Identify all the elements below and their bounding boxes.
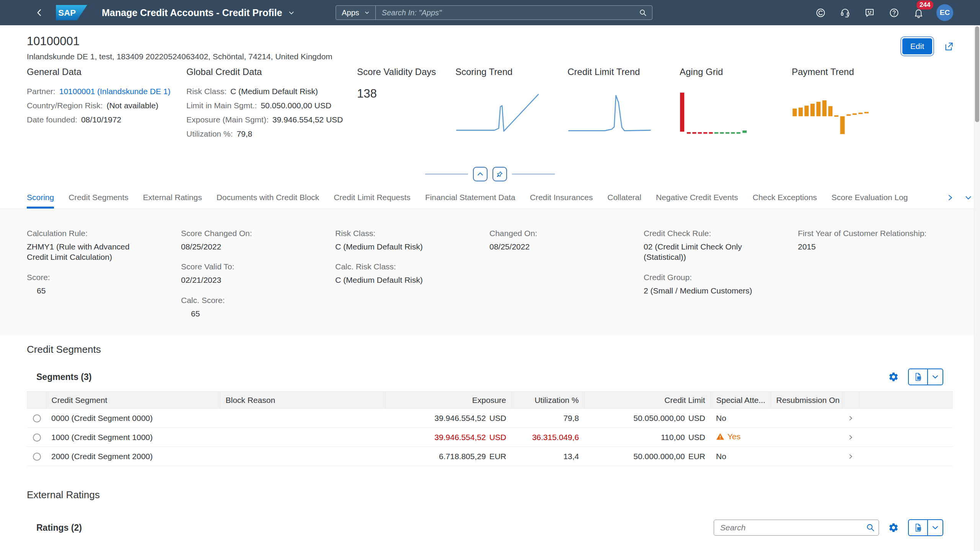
table-row[interactable]: 1000 (Credit Segment 1000)39.946.554,52U… (27, 428, 953, 447)
ratings-search (714, 520, 879, 536)
support-icon[interactable] (835, 3, 854, 22)
pin-icon (496, 170, 504, 178)
field-value: 02 (Credit Limit Check Only (Statistical… (644, 241, 761, 262)
payment-trend-chart (792, 89, 877, 137)
scoring-field-calc-score: Calc. Score:65 (181, 296, 335, 319)
tab-financial-statement-data[interactable]: Financial Statement Data (425, 186, 515, 209)
object-page-header: 10100001 Inlandskunde DE 1, test, 183409… (0, 25, 980, 61)
tab-collateral[interactable]: Collateral (607, 186, 641, 209)
column-credit-limit[interactable]: Credit Limit (584, 392, 711, 409)
export-spreadsheet-icon[interactable] (909, 520, 928, 535)
row-chevron-right-icon[interactable] (847, 453, 854, 460)
field-value: 02/21/2023 (181, 275, 299, 285)
share-icon[interactable] (942, 40, 956, 53)
user-avatar[interactable]: EC (936, 4, 953, 21)
column-exposure[interactable]: Exposure (385, 392, 512, 409)
row-chevron-right-icon[interactable] (847, 434, 854, 441)
row-chevron-right-icon[interactable] (847, 415, 854, 422)
credit-segments-heading: Credit Segments (27, 344, 980, 355)
back-icon[interactable] (33, 5, 46, 20)
scoring-field-score-changed-on: Score Changed On:08/25/2022 (181, 229, 335, 252)
page-subtitle: Inlandskunde DE 1, test, 183409 20220524… (27, 52, 333, 61)
table-header: Credit SegmentBlock ReasonExposureUtiliz… (27, 392, 953, 409)
field-label: First Year of Customer Relationship: (798, 229, 952, 238)
tabs-overflow-icon[interactable] (963, 192, 974, 203)
field-value: 08/25/2022 (489, 241, 607, 252)
ratings-search-input[interactable] (714, 520, 879, 536)
notifications-icon[interactable]: 244 (909, 3, 928, 22)
export-menu-chevron-icon[interactable] (928, 369, 942, 385)
field-value: 39.946.554,52 USD (272, 115, 343, 124)
field-value: 50.050.000,00 USD (261, 101, 331, 110)
cell-spacer (859, 428, 953, 447)
tab-label: Score Evaluation Log (832, 193, 908, 202)
vertical-scrollbar[interactable] (974, 25, 980, 551)
field-label: Score Changed On: (181, 229, 335, 238)
table-header-row: Credit SegmentBlock ReasonExposureUtiliz… (27, 392, 953, 409)
cell-resubmission-on (771, 409, 842, 428)
tab-score-evaluation-log[interactable]: Score Evaluation Log (832, 186, 908, 209)
export-spreadsheet-icon[interactable] (909, 369, 928, 385)
tab-overflow-partial[interactable]: N (922, 186, 923, 209)
tab-documents-with-credit-block[interactable]: Documents with Credit Block (217, 186, 319, 209)
search-scope-select[interactable]: Apps (336, 6, 376, 20)
credit-limit-currency: USD (688, 433, 705, 442)
partner-link[interactable]: 10100001 (Inlandskunde DE 1) (59, 87, 171, 96)
special-attention-warning: Yes (716, 432, 740, 441)
field-label: Limit in Main Sgmt.: (186, 101, 257, 110)
column-special-atte[interactable]: Special Atte... (711, 392, 771, 409)
cell-block-reason (220, 428, 385, 447)
scoring-column-6: First Year of Customer Relationship:2015 (798, 229, 952, 335)
header-collapse-bar (0, 162, 980, 186)
table-row[interactable]: 0000 (Credit Segment 0000)39.946.554,52U… (27, 409, 953, 428)
export-split-button (908, 519, 943, 536)
credit-limit-currency: EUR (688, 452, 705, 461)
search-icon[interactable] (866, 523, 875, 533)
edit-button[interactable]: Edit (902, 38, 932, 54)
export-split-button (908, 368, 943, 385)
table-row[interactable]: 2000 (Credit Segment 2000)6.718.805,29EU… (27, 447, 953, 466)
credit-limit-value: 50.000.000,00 (633, 452, 685, 461)
tab-credit-segments[interactable]: Credit Segments (68, 186, 128, 209)
field-label: Risk Class: (186, 87, 227, 96)
field-value: C (Medium Default Risk) (335, 275, 453, 285)
column-resubmission-on[interactable]: Resubmission On (771, 392, 842, 409)
table-settings-icon[interactable] (887, 522, 900, 534)
tabs-scroll-right-icon[interactable] (944, 192, 956, 203)
field-risk-class: Risk Class:C (Medium Default Risk) (186, 87, 357, 96)
export-menu-chevron-icon[interactable] (928, 520, 942, 535)
cell-select (27, 428, 46, 447)
field-label: Country/Region Risk: (27, 101, 103, 110)
search-icon[interactable] (634, 6, 652, 20)
tab-negative-credit-events[interactable]: Negative Credit Events (656, 186, 738, 209)
tab-label: Financial Statement Data (425, 193, 515, 202)
scoring-field-score-valid-to: Score Valid To:02/21/2023 (181, 262, 335, 285)
chart-title: Scoring Trend (455, 67, 567, 77)
column-nav (842, 392, 859, 409)
cell-resubmission-on (771, 447, 842, 466)
scoring-field-score: Score:65 (27, 273, 181, 296)
tab-credit-limit-requests[interactable]: Credit Limit Requests (334, 186, 411, 209)
tab-scoring[interactable]: Scoring (27, 186, 54, 209)
row-radio[interactable] (33, 414, 41, 422)
help-icon[interactable] (884, 3, 903, 22)
pin-header-button[interactable] (492, 167, 507, 181)
collapse-header-button[interactable] (473, 167, 488, 181)
shell-search-input[interactable] (376, 6, 634, 20)
sap-logo[interactable]: SAP (56, 5, 87, 20)
app-title-dropdown[interactable]: Manage Credit Accounts - Credit Profile (102, 7, 295, 18)
tab-check-exceptions[interactable]: Check Exceptions (753, 186, 817, 209)
column-utilization[interactable]: Utilization % (512, 392, 584, 409)
column-credit-segment[interactable]: Credit Segment (46, 392, 220, 409)
feedback-icon[interactable] (860, 3, 879, 22)
row-radio[interactable] (33, 434, 41, 442)
copilot-icon[interactable] (811, 3, 830, 22)
scrollbar-thumb[interactable] (975, 26, 979, 122)
row-radio[interactable] (33, 453, 41, 461)
notification-badge: 244 (916, 0, 933, 10)
tab-external-ratings[interactable]: External Ratings (143, 186, 202, 209)
table-settings-icon[interactable] (887, 371, 900, 383)
general-data-group: General DataPartner:10100001 (Inlandskun… (27, 67, 186, 162)
column-block-reason[interactable]: Block Reason (220, 392, 385, 409)
tab-credit-insurances[interactable]: Credit Insurances (530, 186, 593, 209)
